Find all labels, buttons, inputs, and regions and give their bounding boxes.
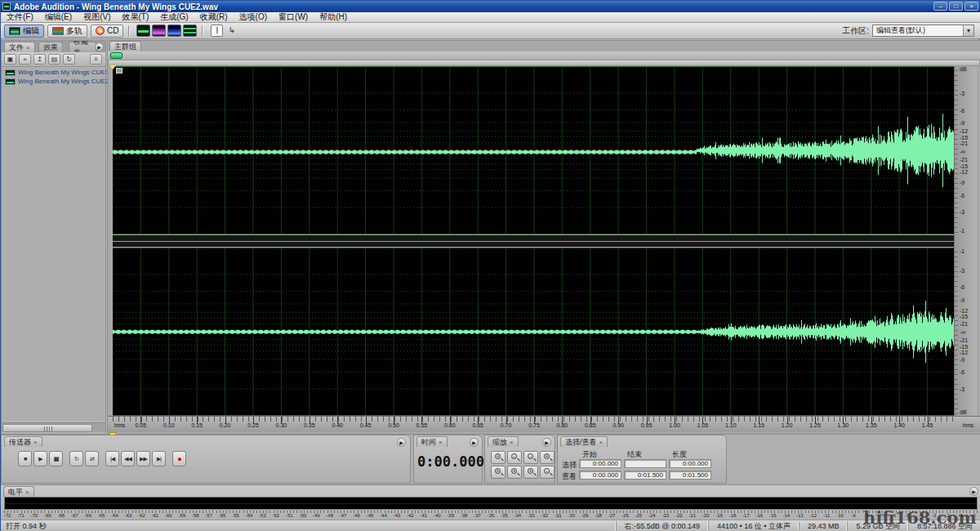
- title-bar[interactable]: Adobe Audition - Wing Beneath My Wings C…: [1, 1, 980, 12]
- waveform-display-button[interactable]: [136, 25, 150, 37]
- menu-options[interactable]: 选项(O): [234, 11, 273, 23]
- zoom-in-vertical-button[interactable]: +: [523, 466, 538, 479]
- sort-options-button[interactable]: ≡: [90, 54, 102, 65]
- waveform-right-channel[interactable]: [113, 248, 956, 416]
- time-display[interactable]: 0:00.000: [417, 453, 480, 470]
- spectral-frequency-button[interactable]: [152, 25, 166, 37]
- scrollbar-thumb[interactable]: [2, 424, 92, 432]
- play-looped-button[interactable]: ↻: [69, 451, 83, 466]
- playhead-marker-icon[interactable]: [109, 65, 116, 69]
- multitrack-icon: [52, 27, 64, 35]
- chevron-down-icon[interactable]: ▼: [963, 25, 973, 36]
- tab-level[interactable]: 电平 ×: [3, 486, 34, 497]
- list-item[interactable]: Wing Beneath My Wings CUE1: [2, 68, 105, 77]
- toolbar-separator: [202, 25, 203, 37]
- zoom-out-full-button[interactable]: -: [523, 451, 538, 464]
- edit-file-button[interactable]: ↻: [63, 54, 75, 65]
- zoom-to-selection-button[interactable]: +: [540, 451, 555, 464]
- close-icon[interactable]: ×: [26, 44, 30, 51]
- zoom-in-right-edge-button[interactable]: +: [507, 466, 522, 479]
- maximize-button[interactable]: □: [949, 2, 963, 11]
- close-icon[interactable]: ×: [510, 439, 514, 446]
- pause-button[interactable]: ▮▮: [49, 451, 63, 466]
- view-end-field[interactable]: 0:01.500: [624, 471, 666, 480]
- channel-divider[interactable]: [113, 234, 977, 248]
- workspace-value: 编辑查看(默认): [876, 25, 925, 36]
- menu-edit[interactable]: 编辑(E): [39, 11, 78, 23]
- files-horizontal-scrollbar[interactable]: [2, 422, 105, 432]
- menu-favorites[interactable]: 收藏(R): [194, 11, 234, 23]
- zoom-out-horizontal-button[interactable]: -: [507, 451, 522, 464]
- multitrack-view-button[interactable]: 多轨: [47, 25, 87, 38]
- cd-view-button[interactable]: CD: [91, 25, 123, 38]
- meter-scale-label: -47: [340, 513, 347, 518]
- tab-transport[interactable]: 传送器 ×: [4, 436, 42, 447]
- meter-scale-label: -33: [528, 513, 535, 518]
- tab-files[interactable]: 文件 ×: [4, 42, 35, 52]
- menu-generate[interactable]: 生成(G): [154, 11, 194, 23]
- zoom-out-vertical-button[interactable]: -: [540, 466, 555, 479]
- tab-time[interactable]: 时间 ×: [416, 436, 448, 447]
- play-button[interactable]: ▶: [33, 451, 47, 466]
- level-meter[interactable]: [4, 497, 978, 510]
- menu-view[interactable]: 视图(V): [78, 11, 116, 23]
- fast-forward-button[interactable]: ▶▶: [136, 451, 150, 466]
- edit-view-button[interactable]: 编辑: [4, 25, 44, 38]
- insert-to-multitrack-button[interactable]: ↥: [33, 54, 46, 65]
- selection-start-field[interactable]: 0:00.000: [579, 459, 621, 468]
- menu-effects[interactable]: 效果(T): [116, 11, 154, 23]
- import-file-button[interactable]: ▣: [4, 54, 16, 65]
- time-ruler[interactable]: hms hms 0.050.100.150.200.250.300.350.40…: [108, 416, 980, 432]
- spectral-pan-button[interactable]: [167, 25, 181, 37]
- panel-menu-icon[interactable]: ▶: [969, 487, 978, 496]
- spectral-phase-button[interactable]: [183, 25, 197, 37]
- wave-scrollbar[interactable]: [108, 60, 980, 66]
- transport-buttons: ■▶▮▮↻⇄|◀◀◀▶▶▶|●: [18, 451, 186, 466]
- selection-view-panel: 选择/查看 × 开始 结束 长度 选择 查看 0:00.000 0:00.000…: [557, 435, 727, 484]
- panel-menu-icon[interactable]: ▶: [397, 438, 406, 447]
- workspace-dropdown[interactable]: 编辑查看(默认) ▼: [872, 25, 974, 37]
- amplitude-ruler[interactable]: dB-3-6-9-12-15-21-∞-21-15-12-9-6-3-1 -1-…: [954, 66, 977, 416]
- range-bar[interactable]: [108, 51, 980, 60]
- panel-menu-icon[interactable]: ▶: [542, 438, 551, 447]
- view-length-field[interactable]: 0:01.500: [669, 471, 711, 480]
- rewind-button[interactable]: ◀◀: [121, 451, 135, 466]
- panel-menu-icon[interactable]: ▶: [470, 438, 479, 447]
- db-ruler-label: -9: [960, 120, 964, 126]
- close-icon[interactable]: ×: [25, 489, 29, 496]
- range-thumb[interactable]: [110, 52, 122, 59]
- view-start-field[interactable]: 0:00.000: [579, 471, 621, 480]
- meter-scale-label: -54: [246, 513, 253, 518]
- tab-zoom-label: 缩放: [492, 437, 507, 448]
- menu-help[interactable]: 帮助(H): [314, 11, 353, 23]
- close-file-button[interactable]: ×: [19, 54, 31, 65]
- tab-main-group[interactable]: 主群组: [109, 41, 141, 51]
- selection-end-field[interactable]: [624, 459, 666, 468]
- go-to-start-button[interactable]: |◀: [105, 451, 119, 466]
- time-selection-tool-button[interactable]: I: [211, 25, 223, 37]
- zoom-in-left-edge-button[interactable]: +: [491, 466, 506, 479]
- insert-to-cd-button[interactable]: ▤: [48, 54, 60, 65]
- tab-effects[interactable]: 效果: [38, 42, 63, 52]
- tab-zoom[interactable]: 缩放 ×: [488, 436, 519, 447]
- go-to-end-button[interactable]: ▶|: [152, 451, 166, 466]
- selection-length-field[interactable]: 0:00.000: [669, 459, 711, 468]
- tab-favorites[interactable]: 收藏夹: [69, 42, 96, 52]
- menu-file[interactable]: 文件(F): [1, 11, 39, 23]
- close-icon[interactable]: ×: [33, 439, 38, 446]
- tab-selection-view[interactable]: 选择/查看 ×: [560, 436, 608, 447]
- list-item[interactable]: Wing Beneath My Wings CUE2: [2, 77, 105, 86]
- minimize-button[interactable]: –: [933, 2, 947, 11]
- zoom-in-horizontal-button[interactable]: +: [491, 451, 506, 464]
- stop-button[interactable]: ■: [18, 451, 32, 466]
- menu-window[interactable]: 窗口(W): [273, 11, 314, 23]
- waveform-left-channel[interactable]: [113, 66, 956, 234]
- record-button[interactable]: ●: [172, 451, 186, 466]
- tab-overflow-icon[interactable]: ▶: [95, 42, 104, 51]
- selection-handle[interactable]: [116, 68, 122, 74]
- close-icon[interactable]: ×: [439, 439, 443, 446]
- loop-button[interactable]: ⇄: [85, 451, 99, 466]
- close-button[interactable]: ×: [964, 2, 978, 11]
- scrub-tool-icon[interactable]: ↳: [225, 25, 238, 37]
- close-icon[interactable]: ×: [599, 439, 604, 446]
